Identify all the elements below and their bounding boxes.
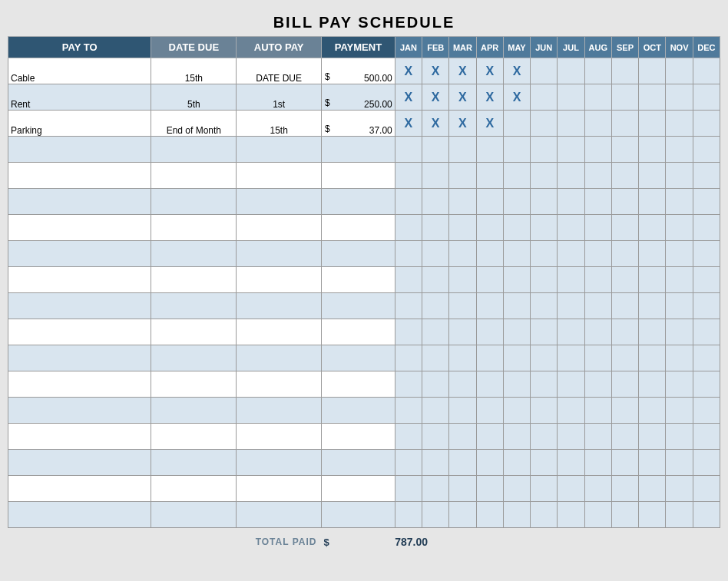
cell-month[interactable] [639,319,666,345]
cell-month[interactable] [611,424,638,450]
cell-auto-pay[interactable] [237,189,322,215]
cell-month[interactable] [693,163,720,189]
cell-month[interactable] [666,111,693,137]
cell-month[interactable] [584,502,611,528]
cell-month[interactable] [395,476,422,502]
cell-month[interactable] [666,319,693,345]
cell-month[interactable] [503,189,530,215]
cell-month[interactable] [531,84,558,111]
cell-month[interactable] [666,189,693,215]
cell-month[interactable] [611,267,638,293]
cell-month[interactable] [422,241,449,267]
table-row[interactable] [8,267,720,293]
cell-month[interactable] [611,215,638,241]
cell-month[interactable] [584,398,611,424]
cell-month[interactable] [693,371,720,398]
cell-month[interactable] [666,58,693,84]
cell-month[interactable] [558,84,584,111]
cell-pay-to[interactable]: Parking [8,111,151,137]
cell-month[interactable] [449,502,476,528]
cell-month[interactable] [611,502,638,528]
table-row[interactable] [8,502,720,528]
cell-month[interactable] [558,371,584,398]
cell-month[interactable] [449,319,476,345]
cell-month[interactable] [449,293,476,319]
cell-month[interactable] [639,293,666,319]
cell-month[interactable] [503,398,530,424]
cell-date-due[interactable] [151,345,237,371]
cell-month[interactable] [395,241,422,267]
cell-auto-pay[interactable] [237,371,322,398]
cell-date-due[interactable] [151,215,237,241]
cell-month[interactable] [558,502,584,528]
cell-month[interactable] [503,137,530,163]
cell-month[interactable] [584,476,611,502]
cell-month[interactable]: X [422,111,449,137]
cell-payment[interactable] [322,371,395,398]
cell-pay-to[interactable] [8,371,151,398]
cell-month[interactable] [639,241,666,267]
cell-month[interactable] [584,371,611,398]
cell-auto-pay[interactable] [237,137,322,163]
cell-month[interactable]: X [503,58,530,84]
cell-month[interactable] [584,189,611,215]
cell-month[interactable] [558,111,584,137]
table-row[interactable] [8,450,720,476]
cell-month[interactable] [558,398,584,424]
table-row[interactable] [8,476,720,502]
cell-date-due[interactable] [151,267,237,293]
cell-auto-pay[interactable]: 15th [237,111,322,137]
cell-month[interactable]: X [476,111,503,137]
cell-auto-pay[interactable] [237,398,322,424]
cell-pay-to[interactable] [8,476,151,502]
cell-month[interactable] [639,371,666,398]
cell-auto-pay[interactable] [237,163,322,189]
cell-month[interactable] [503,163,530,189]
cell-month[interactable] [558,267,584,293]
cell-month[interactable] [531,215,558,241]
cell-month[interactable]: X [449,111,476,137]
cell-month[interactable] [584,111,611,137]
cell-month[interactable] [449,450,476,476]
cell-month[interactable] [611,476,638,502]
cell-auto-pay[interactable] [237,241,322,267]
cell-month[interactable] [639,476,666,502]
cell-month[interactable] [639,450,666,476]
cell-pay-to[interactable] [8,267,151,293]
cell-pay-to[interactable] [8,163,151,189]
cell-month[interactable] [449,398,476,424]
cell-auto-pay[interactable] [237,215,322,241]
cell-month[interactable] [422,345,449,371]
cell-auto-pay[interactable] [237,502,322,528]
cell-month[interactable] [531,58,558,84]
cell-month[interactable] [558,293,584,319]
table-row[interactable] [8,345,720,371]
cell-month[interactable] [531,241,558,267]
cell-month[interactable] [666,137,693,163]
cell-month[interactable] [639,267,666,293]
cell-month[interactable] [531,137,558,163]
cell-month[interactable] [611,241,638,267]
cell-month[interactable] [395,215,422,241]
cell-month[interactable] [449,137,476,163]
cell-month[interactable] [395,293,422,319]
cell-month[interactable] [558,424,584,450]
cell-month[interactable] [611,137,638,163]
cell-month[interactable] [558,319,584,345]
cell-date-due[interactable] [151,163,237,189]
cell-month[interactable] [395,398,422,424]
cell-month[interactable] [476,502,503,528]
cell-pay-to[interactable] [8,319,151,345]
cell-month[interactable] [395,319,422,345]
cell-auto-pay[interactable]: 1st [237,84,322,111]
cell-month[interactable] [503,476,530,502]
cell-month[interactable] [666,241,693,267]
cell-month[interactable] [611,189,638,215]
cell-month[interactable] [693,58,720,84]
cell-month[interactable]: X [422,84,449,111]
cell-date-due[interactable] [151,293,237,319]
cell-month[interactable] [449,267,476,293]
cell-month[interactable] [422,163,449,189]
cell-month[interactable] [558,58,584,84]
cell-payment[interactable] [322,450,395,476]
